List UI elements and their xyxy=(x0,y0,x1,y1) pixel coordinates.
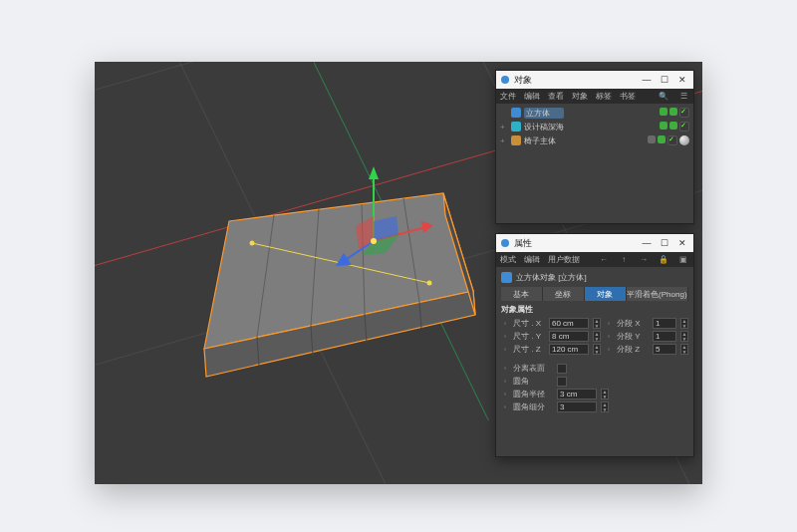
object-name[interactable]: 椅子主体 xyxy=(524,135,564,146)
object-name[interactable]: 立方体 xyxy=(524,108,564,119)
prop-row-fillet-radius: ◦ 圆角半径 ▲▼ xyxy=(501,388,688,400)
object-panel-menubar[interactable]: 文件 编辑 查看 对象 标签 书签 🔍 ☰ xyxy=(496,89,693,104)
svg-point-25 xyxy=(501,239,509,247)
spinner[interactable]: ▲▼ xyxy=(593,344,601,355)
visibility-dot[interactable] xyxy=(660,122,667,130)
spinner[interactable]: ▲▼ xyxy=(680,318,688,329)
enable-check[interactable] xyxy=(679,108,689,118)
app-icon xyxy=(500,75,510,85)
filter-icon[interactable]: ☰ xyxy=(677,91,689,103)
tab-phong[interactable]: 平滑着色(Phong) xyxy=(627,287,688,301)
visibility-dot[interactable] xyxy=(660,108,667,116)
maximize-button[interactable]: ☐ xyxy=(658,73,671,87)
separate-surfaces-checkbox[interactable] xyxy=(557,364,567,374)
object-tree-row[interactable]: + 椅子主体 xyxy=(500,133,689,147)
prop-label: 分离表面 xyxy=(513,363,553,374)
close-button[interactable]: ✕ xyxy=(675,236,689,250)
object-tree-row[interactable]: + 设计稿深海 xyxy=(500,120,689,133)
svg-point-13 xyxy=(427,281,432,286)
lock-icon[interactable]: 🔒 xyxy=(658,254,669,266)
nav-back-icon[interactable]: ← xyxy=(598,254,610,266)
tree-toggle-icon[interactable]: + xyxy=(500,123,508,132)
menu-view[interactable]: 查看 xyxy=(548,91,564,102)
attr-object-header: 立方体对象 [立方体] xyxy=(501,270,688,287)
attr-panel-menubar[interactable]: 模式 编辑 用户数据 ← ↑ → 🔒 ▣ xyxy=(496,252,693,267)
bullet-icon: ◦ xyxy=(501,377,509,386)
svg-marker-22 xyxy=(362,234,399,255)
attr-panel-titlebar[interactable]: 属性 — ☐ ✕ xyxy=(496,234,693,252)
prop-label: 尺寸 . X xyxy=(513,318,545,329)
sds-icon xyxy=(511,122,521,132)
render-dot[interactable] xyxy=(669,108,677,116)
enable-check[interactable] xyxy=(667,135,677,145)
menu-tags[interactable]: 标签 xyxy=(596,91,612,102)
search-icon[interactable]: 🔍 xyxy=(658,91,669,103)
seg-x-input[interactable] xyxy=(653,318,676,329)
size-y-input[interactable] xyxy=(549,331,589,342)
menu-object[interactable]: 对象 xyxy=(572,91,588,102)
menu-userdata[interactable]: 用户数据 xyxy=(548,254,580,265)
spinner[interactable]: ▲▼ xyxy=(680,331,688,342)
phong-tag-icon[interactable] xyxy=(679,135,689,145)
prop-label: 圆角 xyxy=(513,376,553,387)
spinner[interactable]: ▲▼ xyxy=(593,331,601,342)
spinner[interactable]: ▲▼ xyxy=(593,318,601,329)
attr-panel-title: 属性 xyxy=(514,237,636,250)
menu-file[interactable]: 文件 xyxy=(500,91,516,102)
prop-row-size-z: ◦ 尺寸 . Z ▲▼ ◦ 分段 Z ▲▼ xyxy=(501,343,688,356)
object-manager-panel[interactable]: 对象 — ☐ ✕ 文件 编辑 查看 对象 标签 书签 🔍 ☰ 立方体 xyxy=(495,70,694,224)
cube-object[interactable] xyxy=(144,181,503,400)
bullet-icon: ◦ xyxy=(501,319,509,328)
object-panel-titlebar[interactable]: 对象 — ☐ ✕ xyxy=(496,71,693,89)
object-tree-row[interactable]: 立方体 xyxy=(500,106,689,120)
attributes-panel[interactable]: 属性 — ☐ ✕ 模式 编辑 用户数据 ← ↑ → 🔒 ▣ 立方体对象 [立方体… xyxy=(495,233,694,457)
svg-marker-17 xyxy=(421,221,433,233)
prop-label: 尺寸 . Z xyxy=(513,344,545,355)
svg-marker-0 xyxy=(204,193,473,349)
svg-line-9 xyxy=(365,314,367,343)
svg-marker-19 xyxy=(336,253,352,266)
size-z-input[interactable] xyxy=(549,344,589,355)
maximize-button[interactable]: ☐ xyxy=(658,236,671,250)
object-name[interactable]: 设计稿深海 xyxy=(524,122,564,133)
fillet-checkbox[interactable] xyxy=(557,377,567,387)
svg-point-24 xyxy=(501,76,509,84)
seg-y-input[interactable] xyxy=(653,331,676,342)
enable-check[interactable] xyxy=(679,122,689,132)
seg-z-input[interactable] xyxy=(653,344,676,355)
size-x-input[interactable] xyxy=(549,318,589,329)
spinner[interactable]: ▲▼ xyxy=(680,344,688,355)
tab-basic[interactable]: 基本 xyxy=(501,287,543,301)
svg-point-12 xyxy=(250,241,255,246)
svg-line-5 xyxy=(362,204,365,314)
minimize-button[interactable]: — xyxy=(640,236,654,250)
close-button[interactable]: ✕ xyxy=(675,73,689,87)
object-panel-title: 对象 xyxy=(514,74,636,87)
bullet-icon: ◦ xyxy=(605,319,613,328)
grid-axis-z xyxy=(313,62,488,420)
render-dot[interactable] xyxy=(658,135,665,143)
prop-label: 圆角细分 xyxy=(513,401,553,412)
minimize-button[interactable]: — xyxy=(640,73,654,87)
prop-row-fillet-sub: ◦ 圆角细分 ▲▼ xyxy=(501,400,688,413)
nav-up-icon[interactable]: ↑ xyxy=(618,254,630,266)
tab-coord[interactable]: 坐标 xyxy=(543,287,585,301)
prop-row-size-x: ◦ 尺寸 . X ▲▼ ◦ 分段 X ▲▼ xyxy=(501,317,688,330)
menu-edit[interactable]: 编辑 xyxy=(524,254,540,265)
nav-fwd-icon[interactable]: → xyxy=(638,254,650,266)
null-icon xyxy=(511,135,521,145)
tab-object[interactable]: 对象 xyxy=(585,287,627,301)
object-tree[interactable]: 立方体 + 设计稿深海 + 椅子主体 xyxy=(496,104,693,149)
menu-bookmarks[interactable]: 书签 xyxy=(620,91,636,102)
new-window-icon[interactable]: ▣ xyxy=(677,254,689,266)
cube-icon xyxy=(501,272,512,283)
menu-mode[interactable]: 模式 xyxy=(500,254,516,265)
visibility-dot[interactable] xyxy=(648,135,656,143)
render-dot[interactable] xyxy=(669,122,677,130)
attr-tabs[interactable]: 基本 坐标 对象 平滑着色(Phong) xyxy=(501,287,688,301)
cube-icon xyxy=(511,108,521,118)
menu-edit[interactable]: 编辑 xyxy=(524,91,540,102)
section-title: 对象属性 xyxy=(501,304,688,315)
prop-row-separate: ◦ 分离表面 xyxy=(501,362,688,375)
tree-toggle-icon[interactable]: + xyxy=(500,136,508,145)
